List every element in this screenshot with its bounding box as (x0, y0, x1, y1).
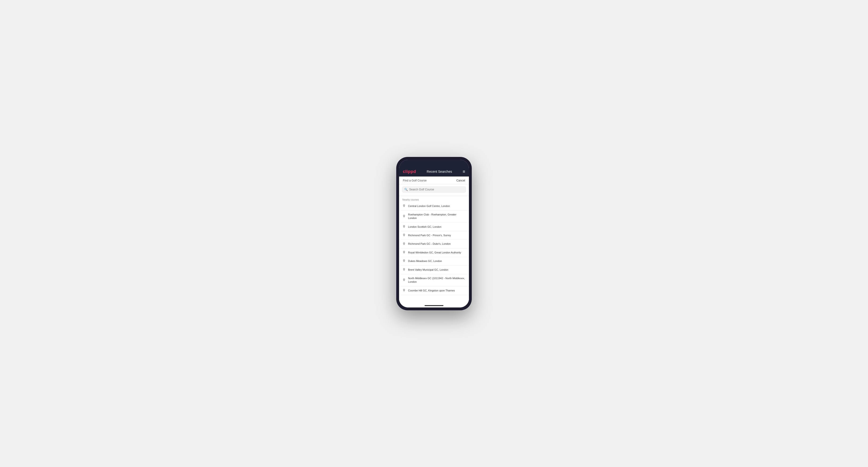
nav-bar: clippd Recent Searches ≡ (399, 167, 469, 177)
location-pin-icon (402, 225, 406, 229)
course-list-item[interactable]: Richmond Park GC - Duke's, London (399, 240, 469, 248)
location-pin-icon (402, 251, 406, 254)
location-pin-icon (402, 234, 406, 237)
course-list-item[interactable]: Royal Wimbledon GC, Great London Authori… (399, 248, 469, 257)
course-name: North Middlesex GC (1011942 - North Midd… (408, 277, 466, 284)
phone-notch (399, 160, 469, 167)
location-pin-icon (402, 205, 406, 208)
location-pin-icon (402, 215, 406, 218)
app-logo: clippd (403, 169, 416, 174)
course-name: Royal Wimbledon GC, Great London Authori… (408, 251, 461, 254)
search-icon: 🔍 (404, 188, 408, 191)
nav-title: Recent Searches (427, 170, 452, 174)
search-container: 🔍 (399, 184, 469, 195)
cancel-button[interactable]: Cancel (457, 179, 465, 182)
course-name: London Scottish GC, London (408, 225, 441, 229)
course-name: Brent Valley Municipal GC, London (408, 268, 448, 272)
course-list-item[interactable]: Coombe Hill GC, Kingston upon Thames (399, 286, 469, 295)
search-input[interactable] (409, 188, 464, 191)
phone-device: clippd Recent Searches ≡ Find a Golf Cou… (396, 157, 472, 310)
course-name: Richmond Park GC - Prince's, Surrey (408, 234, 451, 237)
course-name: Roehampton Club - Roehampton, Greater Lo… (408, 213, 466, 220)
course-name: Dukes Meadows GC, London (408, 259, 442, 263)
course-list-item[interactable]: Central London Golf Centre, London (399, 202, 469, 211)
courses-list: Central London Golf Centre, London Roeha… (399, 202, 469, 295)
location-pin-icon (402, 268, 406, 272)
course-list-item[interactable]: Dukes Meadows GC, London (399, 257, 469, 266)
home-indicator (399, 303, 469, 308)
menu-icon[interactable]: ≡ (463, 169, 465, 174)
course-list-item[interactable]: Richmond Park GC - Prince's, Surrey (399, 231, 469, 240)
phone-screen: clippd Recent Searches ≡ Find a Golf Cou… (399, 160, 469, 308)
search-box: 🔍 (402, 186, 466, 193)
content-area: Find a Golf Course Cancel 🔍 Nearby cours… (399, 177, 469, 303)
course-list-item[interactable]: Brent Valley Municipal GC, London (399, 266, 469, 274)
course-name: Coombe Hill GC, Kingston upon Thames (408, 289, 455, 292)
course-list-item[interactable]: Roehampton Club - Roehampton, Greater Lo… (399, 211, 469, 223)
course-name: Richmond Park GC - Duke's, London (408, 242, 451, 246)
location-pin-icon (402, 278, 406, 282)
course-list-item[interactable]: North Middlesex GC (1011942 - North Midd… (399, 274, 469, 286)
find-header: Find a Golf Course Cancel (399, 177, 469, 184)
find-title: Find a Golf Course (403, 179, 427, 182)
course-list-item[interactable]: London Scottish GC, London (399, 223, 469, 231)
location-pin-icon (402, 242, 406, 246)
nearby-section: Nearby courses Central London Golf Centr… (399, 196, 469, 303)
home-bar (425, 305, 443, 306)
location-pin-icon (402, 259, 406, 263)
course-name: Central London Golf Centre, London (408, 205, 450, 208)
location-pin-icon (402, 289, 406, 292)
nearby-label: Nearby courses (399, 196, 469, 202)
